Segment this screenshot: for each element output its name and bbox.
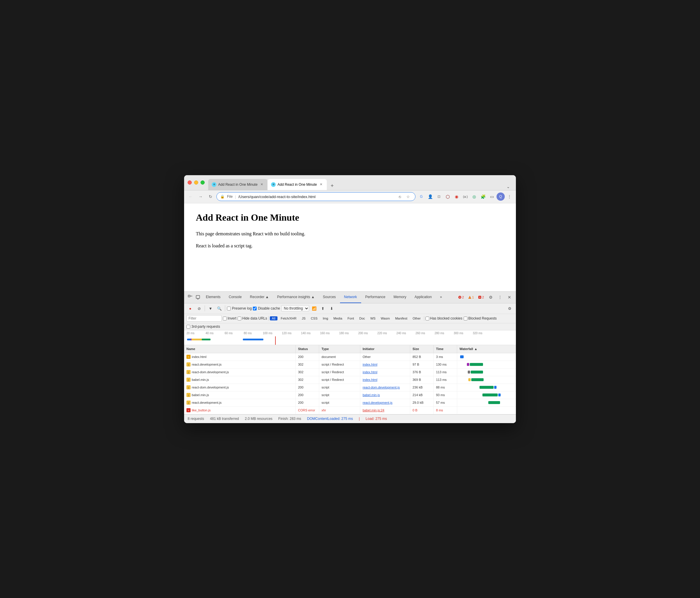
disable-cache-checkbox[interactable] bbox=[253, 307, 257, 310]
filter-js[interactable]: JS bbox=[300, 316, 308, 320]
table-row[interactable]: j babel.min.js 302 script / Redirect ind… bbox=[184, 376, 516, 384]
td-status-6: 200 bbox=[296, 399, 319, 407]
td-initiator-4[interactable]: react-dom.development.js bbox=[360, 384, 410, 391]
invert-checkbox[interactable] bbox=[223, 317, 227, 320]
table-row[interactable]: h index.html 200 document Other 852 B 3 … bbox=[184, 353, 516, 361]
tab-2[interactable]: ⚛ Add React in One Minute ✕ bbox=[268, 179, 327, 190]
extension-icon-1[interactable]: G bbox=[417, 192, 425, 201]
tab-recorder[interactable]: Recorder ▲ bbox=[246, 291, 273, 303]
td-initiator-2[interactable]: index.html bbox=[360, 368, 410, 376]
account-icon[interactable]: 👤 bbox=[426, 192, 434, 201]
invert-option[interactable]: Invert bbox=[223, 316, 236, 320]
tab-console[interactable]: Console bbox=[225, 291, 246, 303]
search-toggle[interactable]: 🔍 bbox=[216, 305, 223, 312]
minimize-button[interactable] bbox=[194, 180, 198, 185]
filter-img[interactable]: Img bbox=[321, 316, 330, 320]
profile-avatar[interactable]: Q bbox=[497, 192, 505, 201]
blocked-requests-option[interactable]: Blocked Requests bbox=[464, 316, 497, 320]
td-initiator-5[interactable]: babel.min.js bbox=[360, 391, 410, 399]
tab-1[interactable]: ⚛ Add React in One Minute ✕ bbox=[208, 179, 268, 190]
td-initiator-7[interactable]: babel.min.js:24 bbox=[360, 407, 410, 414]
refresh-button[interactable]: ↻ bbox=[206, 192, 215, 201]
table-row[interactable]: j react.development.js 302 script / Redi… bbox=[184, 361, 516, 368]
tab-performance-insights[interactable]: Performance insights ▲ bbox=[273, 291, 319, 303]
new-tab-button[interactable]: + bbox=[328, 182, 336, 190]
tab-menu-button[interactable]: ⌄ bbox=[504, 183, 512, 190]
table-row[interactable]: j react-dom.development.js 302 script / … bbox=[184, 368, 516, 376]
third-party-checkbox[interactable] bbox=[186, 325, 190, 329]
extension-icon-3[interactable]: ⬡ bbox=[444, 192, 452, 201]
tab-performance[interactable]: Performance bbox=[361, 291, 390, 303]
hide-data-urls-option[interactable]: Hide data URLs bbox=[238, 316, 267, 320]
extension-icon-5[interactable]: (a:) bbox=[461, 192, 470, 201]
extension-icon-2[interactable]: ⊡ bbox=[435, 192, 443, 201]
close-button[interactable] bbox=[188, 180, 192, 185]
tab-more[interactable]: » bbox=[436, 291, 446, 303]
table-row-error[interactable]: x like_button.js CORS error xhr babel.mi… bbox=[184, 407, 516, 414]
tab-elements[interactable]: Elements bbox=[202, 291, 225, 303]
filter-all[interactable]: All bbox=[270, 316, 277, 320]
back-button[interactable]: ← bbox=[186, 192, 195, 201]
disable-cache-label[interactable]: Disable cache bbox=[253, 306, 280, 310]
devtools-element-picker[interactable] bbox=[186, 293, 194, 301]
devtools-close-icon[interactable]: ✕ bbox=[505, 293, 514, 301]
tab-network[interactable]: Network bbox=[340, 291, 361, 303]
blocked-cookies-option[interactable]: Has blocked cookies bbox=[425, 316, 462, 320]
url-bar[interactable]: 🔒 File | /Users/quan/code/add-react-to-s… bbox=[217, 192, 416, 201]
hide-data-urls-checkbox[interactable] bbox=[238, 317, 241, 320]
page-content: Add React in One Minute This page demons… bbox=[184, 203, 516, 291]
filter-other[interactable]: Other bbox=[410, 316, 423, 320]
filter-input[interactable] bbox=[186, 315, 222, 321]
extension-icon-6[interactable]: ◎ bbox=[470, 192, 478, 201]
wifi-icon[interactable]: 📶 bbox=[310, 305, 318, 312]
blocked-cookies-checkbox[interactable] bbox=[425, 317, 429, 320]
tab-sources[interactable]: Sources bbox=[319, 291, 340, 303]
filter-wasm[interactable]: Wasm bbox=[379, 316, 392, 320]
devtools-settings-icon[interactable]: ⚙ bbox=[486, 293, 495, 301]
extensions-icon[interactable]: 🧩 bbox=[479, 192, 487, 201]
throttle-select[interactable]: No throttling bbox=[281, 305, 309, 312]
blocked-requests-checkbox[interactable] bbox=[464, 317, 468, 320]
td-initiator-3[interactable]: index.html bbox=[360, 376, 410, 384]
extension-icon-4[interactable]: ◉ bbox=[452, 192, 461, 201]
forward-button[interactable]: → bbox=[196, 192, 205, 201]
clear-button[interactable]: ⊘ bbox=[195, 305, 203, 312]
filter-ws[interactable]: WS bbox=[368, 316, 378, 320]
tab-memory[interactable]: Memory bbox=[389, 291, 410, 303]
status-dom-loaded[interactable]: DOMContentLoaded: 275 ms bbox=[307, 417, 353, 421]
tab-1-close[interactable]: ✕ bbox=[259, 182, 264, 187]
table-row[interactable]: j babel.min.js 200 script babel.min.js 2… bbox=[184, 391, 516, 399]
filter-fetch-xhr[interactable]: Fetch/XHR bbox=[279, 316, 299, 320]
preserve-log-label[interactable]: Preserve log bbox=[227, 306, 252, 310]
tab-1-label: Add React in One Minute bbox=[218, 183, 257, 187]
cast-icon[interactable]: ▭ bbox=[488, 192, 496, 201]
td-initiator-1[interactable]: index.html bbox=[360, 361, 410, 368]
mark-60: 60 ms bbox=[225, 332, 244, 335]
bookmark-icon[interactable]: ☆ bbox=[405, 193, 412, 200]
share-icon[interactable]: ⎋ bbox=[396, 193, 403, 200]
svg-text:✕: ✕ bbox=[459, 296, 461, 299]
filter-toggle[interactable]: ▼ bbox=[207, 305, 214, 312]
table-row[interactable]: j react.development.js 200 script react.… bbox=[184, 399, 516, 407]
filter-media[interactable]: Media bbox=[331, 316, 344, 320]
table-row[interactable]: j react-dom.development.js 200 script re… bbox=[184, 384, 516, 391]
maximize-button[interactable] bbox=[201, 180, 205, 185]
filter-manifest[interactable]: Manifest bbox=[393, 316, 409, 320]
th-type: Type bbox=[319, 345, 360, 353]
devtools-more-icon[interactable]: ⋮ bbox=[496, 293, 504, 301]
more-menu-icon[interactable]: ⋮ bbox=[505, 192, 514, 201]
import-button[interactable]: ⬆ bbox=[319, 305, 327, 312]
filter-doc[interactable]: Doc bbox=[357, 316, 367, 320]
export-button[interactable]: ⬇ bbox=[328, 305, 335, 312]
filter-font[interactable]: Font bbox=[346, 316, 356, 320]
file-icon-js-5: j bbox=[186, 393, 191, 397]
preserve-log-checkbox[interactable] bbox=[227, 307, 231, 310]
tab-application[interactable]: Application bbox=[410, 291, 436, 303]
network-settings-icon[interactable]: ⚙ bbox=[506, 305, 514, 312]
td-initiator-6[interactable]: react.development.js bbox=[360, 399, 410, 407]
th-name: Name bbox=[184, 345, 296, 353]
tab-2-close[interactable]: ✕ bbox=[319, 182, 323, 187]
devtools-device-toggle[interactable] bbox=[194, 293, 202, 301]
record-button[interactable]: ● bbox=[186, 305, 194, 312]
filter-css[interactable]: CSS bbox=[309, 316, 320, 320]
